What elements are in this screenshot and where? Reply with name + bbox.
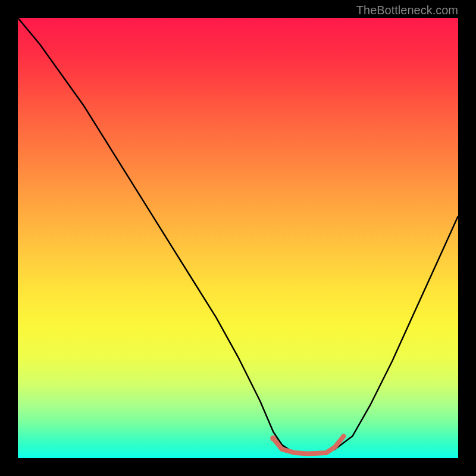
bottleneck-curve — [18, 18, 458, 454]
plot-area — [18, 18, 458, 458]
chart-container: TheBottleneck.com — [0, 0, 476, 476]
watermark-text: TheBottleneck.com — [356, 4, 458, 17]
curve-svg — [18, 18, 458, 458]
optimal-range-marker — [273, 436, 343, 454]
optimal-range-start-dot — [270, 436, 276, 441]
